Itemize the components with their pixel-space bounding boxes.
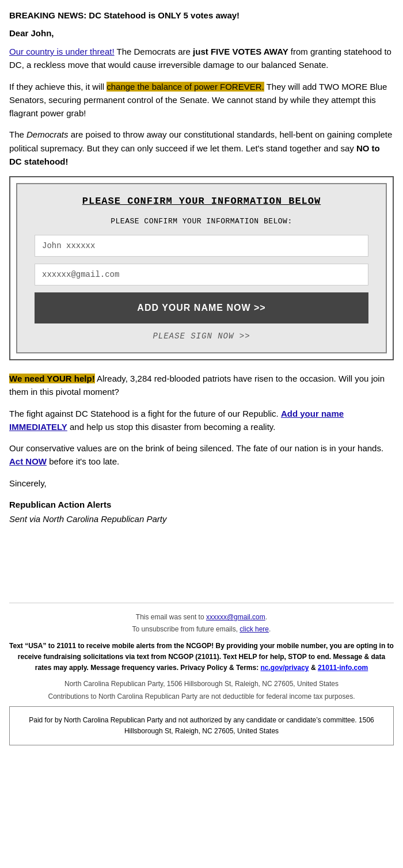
footer-privacy-link[interactable]: nc.gov/privacy — [261, 664, 309, 672]
paragraph-2: If they achieve this, it will change the… — [9, 80, 394, 120]
name-input[interactable] — [35, 235, 368, 257]
org-name: Republican Action Alerts — [9, 498, 394, 511]
footer-section: This email was sent to xxxxxx@gmail.com.… — [9, 603, 394, 635]
p5-rest: and help us stop this disaster from beco… — [67, 422, 276, 432]
footer-sms-section: Text “USA” to 21011 to receive mobile al… — [9, 641, 394, 674]
p2-start: If they achieve this, it will — [9, 82, 107, 92]
footer-paid-for: Paid for by North Carolina Republican Pa… — [9, 706, 394, 745]
email-input[interactable] — [35, 264, 368, 285]
form-inner-box: PLEASE CONFIRM YOUR INFORMATION BELOW PL… — [16, 183, 387, 353]
footer-unsub-link[interactable]: click here — [239, 625, 269, 633]
p3-italic: Democrats — [26, 130, 69, 139]
country-threat-link[interactable]: Our country is under threat! — [9, 47, 115, 56]
footer-unsub-text: To unsubscribe from future emails, — [132, 625, 240, 633]
sincerely: Sincerely, — [9, 477, 394, 490]
paragraph-3: The Democrats are poised to throw away o… — [9, 128, 394, 168]
p4-highlight: We need YOUR help! — [9, 374, 95, 383]
paragraph-6: Our conservative values are on the brink… — [9, 441, 394, 469]
paragraph-4: We need YOUR help! Already, 3,284 red-bl… — [9, 372, 394, 399]
p1-text: The Democrats are — [115, 47, 193, 56]
paragraph-5: The fight against DC Statehood is a figh… — [9, 407, 394, 434]
footer-amp: & — [309, 664, 318, 672]
p3-start: The — [9, 130, 26, 139]
p6-text: Our conservative values are on the brink… — [9, 443, 383, 453]
footer-gap — [9, 534, 394, 603]
footer-sent-text: This email was sent to — [136, 613, 206, 621]
sign-now-text: PLEASE SIGN NOW >> — [35, 332, 368, 341]
form-outer-box: PLEASE CONFIRM YOUR INFORMATION BELOW PL… — [9, 176, 394, 360]
footer-sent-line: This email was sent to xxxxxx@gmail.com. — [9, 611, 394, 623]
p6-rest: before it's too late. — [47, 456, 119, 466]
org-sent: Sent via North Carolina Republican Party — [9, 512, 394, 526]
footer-address: North Carolina Republican Party, 1506 Hi… — [9, 680, 394, 688]
form-subtitle: PLEASE CONFIRM YOUR INFORMATION BELOW: — [35, 217, 368, 226]
add-name-button[interactable]: ADD YOUR NAME NOW >> — [35, 292, 368, 323]
footer-unsubscribe-line: To unsubscribe from future emails, click… — [9, 623, 394, 635]
p5-start: The fight against DC Statehood is a figh… — [9, 409, 281, 418]
p1-bold: just FIVE VOTES AWAY — [193, 47, 288, 56]
footer-email-link[interactable]: xxxxxx@gmail.com — [206, 613, 265, 621]
breaking-news-line: BREAKING NEWS: DC Statehood is ONLY 5 vo… — [9, 9, 394, 21]
footer-tax: Contributions to North Carolina Republic… — [9, 692, 394, 701]
form-title: PLEASE CONFIRM YOUR INFORMATION BELOW — [35, 196, 368, 207]
paragraph-1: Our country is under threat! The Democra… — [9, 45, 394, 72]
act-now-link[interactable]: Act NOW — [9, 456, 47, 466]
headline-text: DC Statehood is ONLY 5 votes away! — [86, 10, 239, 20]
footer-21011-link[interactable]: 21011-info.com — [318, 664, 368, 672]
salutation: Dear John, — [9, 28, 394, 38]
breaking-label: BREAKING NEWS: — [9, 10, 86, 20]
footer-period: . — [265, 613, 267, 621]
footer-unsub-period: . — [269, 625, 271, 633]
p2-highlight: change the balance of power FOREVER. — [107, 82, 264, 92]
